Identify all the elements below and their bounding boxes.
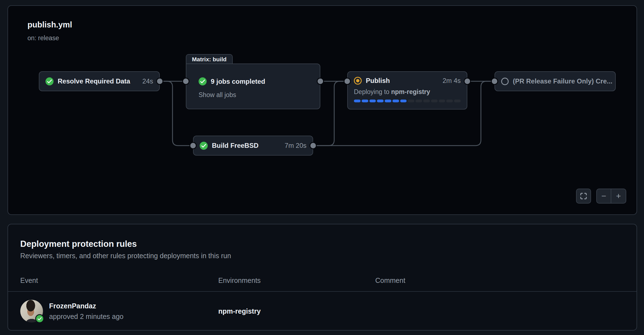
progress-segment bbox=[423, 100, 430, 102]
progress-segment bbox=[362, 100, 368, 102]
workflow-edges bbox=[8, 6, 638, 215]
zoom-in-button[interactable]: + bbox=[611, 189, 626, 203]
deploy-prefix: Deploying to bbox=[354, 88, 389, 95]
job-label: Resolve Required Data bbox=[58, 77, 130, 85]
column-header-comment: Comment bbox=[375, 276, 624, 285]
fullscreen-button[interactable] bbox=[576, 189, 591, 204]
connector-dot bbox=[310, 143, 316, 148]
progress-segment bbox=[354, 100, 361, 102]
progress-segment bbox=[446, 100, 453, 102]
job-label: (PR Release Failure Only) Cre... bbox=[513, 77, 612, 85]
workflow-graph-panel: publish.yml on: release Resolve Required… bbox=[7, 5, 637, 215]
avatar[interactable] bbox=[20, 300, 43, 323]
progress-segment bbox=[431, 100, 438, 102]
progress-segment bbox=[369, 100, 376, 102]
environment-cell: npm-registry bbox=[218, 307, 375, 315]
connector-dot bbox=[318, 78, 323, 84]
in-progress-icon bbox=[354, 77, 362, 85]
job-label: Publish bbox=[366, 77, 390, 85]
progress-segment bbox=[385, 100, 391, 102]
column-header-environments: Environments bbox=[218, 276, 375, 285]
zoom-out-button[interactable]: − bbox=[597, 189, 611, 203]
user-name: FrozenPandaz bbox=[49, 302, 123, 310]
matrix-group-tab: Matrix: build bbox=[186, 54, 233, 64]
zoom-controls: − + bbox=[596, 189, 626, 204]
connector-dot bbox=[183, 78, 189, 84]
job-label: Build FreeBSD bbox=[212, 142, 258, 149]
job-duration: 24s bbox=[142, 77, 153, 85]
job-node-resolve-required-data[interactable]: Resolve Required Data 24s bbox=[39, 71, 160, 91]
progress-segment bbox=[454, 100, 461, 102]
show-all-jobs-link[interactable]: Show all jobs bbox=[199, 91, 236, 99]
connector-dot bbox=[157, 78, 163, 84]
deploy-target: npm-registry bbox=[391, 88, 430, 95]
success-check-icon bbox=[199, 77, 207, 85]
approval-status-text: approved 2 minutes ago bbox=[49, 313, 123, 321]
progress-segment bbox=[392, 100, 399, 102]
rules-title: Deployment protection rules bbox=[20, 239, 137, 249]
progress-segment bbox=[439, 100, 445, 102]
job-node-pr-release-failure[interactable]: (PR Release Failure Only) Cre... bbox=[495, 71, 616, 91]
approved-badge-icon bbox=[35, 314, 44, 323]
progress-segment bbox=[400, 100, 407, 102]
success-check-icon bbox=[200, 142, 208, 150]
connector-dot bbox=[190, 143, 196, 148]
progress-segment bbox=[415, 100, 422, 102]
progress-segment bbox=[408, 100, 414, 102]
job-duration: 7m 20s bbox=[285, 142, 306, 149]
connector-dot bbox=[492, 78, 497, 84]
rules-subtitle: Reviewers, timers, and other rules prote… bbox=[20, 252, 231, 260]
job-node-build-freebsd[interactable]: Build FreeBSD 7m 20s bbox=[193, 136, 313, 156]
deployment-protection-rules-panel: Deployment protection rules Reviewers, t… bbox=[7, 224, 637, 331]
job-node-publish[interactable]: Publish 2m 4s Deploying to npm-registry bbox=[347, 71, 467, 110]
job-duration: 2m 4s bbox=[443, 77, 461, 85]
event-cell: FrozenPandaz approved 2 minutes ago bbox=[20, 300, 218, 323]
deploy-status-text: Deploying to npm-registry bbox=[354, 88, 461, 96]
matrix-summary-label: 9 jobs completed bbox=[211, 78, 265, 85]
deploy-progress-bar bbox=[354, 100, 461, 102]
table-row: FrozenPandaz approved 2 minutes ago npm-… bbox=[8, 292, 637, 331]
rules-table-header: Event Environments Comment bbox=[8, 276, 637, 285]
progress-segment bbox=[377, 100, 384, 102]
success-check-icon bbox=[45, 77, 54, 85]
connector-dot bbox=[344, 78, 350, 84]
pending-circle-icon bbox=[501, 78, 509, 85]
column-header-event: Event bbox=[20, 276, 218, 285]
connector-dot bbox=[465, 78, 470, 84]
job-node-matrix-build[interactable]: 9 jobs completed Show all jobs bbox=[186, 64, 320, 109]
fullscreen-icon bbox=[580, 192, 587, 200]
